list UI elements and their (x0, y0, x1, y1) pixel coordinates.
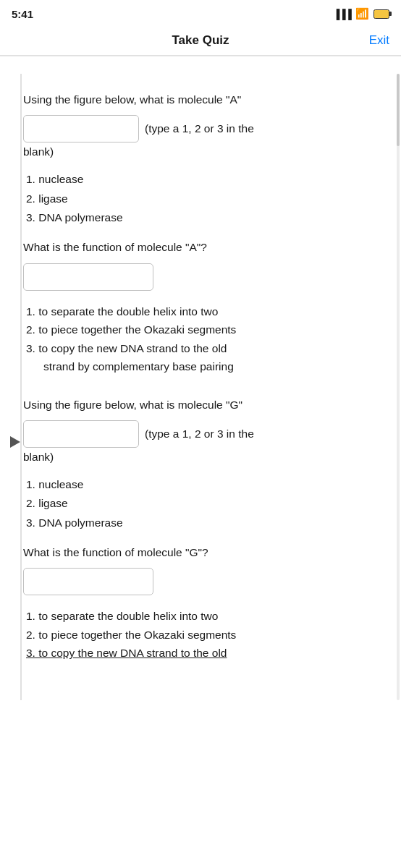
list-item: strand by complementary base pairing (23, 357, 378, 376)
question-1-options: 1. nuclease 2. ligase 3. DNA polymerase (23, 170, 378, 227)
header-title: Take Quiz (172, 33, 229, 48)
list-item: 3. to copy the new DNA strand to the old (23, 339, 378, 358)
list-item: 2. ligase (23, 494, 378, 513)
question-1-blank: blank) (23, 145, 378, 158)
list-item: 3. DNA polymerase (23, 208, 378, 227)
list-item: 3. DNA polymerase (23, 514, 378, 532)
question-2-blank: blank) (23, 451, 378, 464)
list-item: 3. to copy the new DNA strand to the old (23, 644, 378, 663)
question-1-text: Using the figure below, what is molecule… (23, 91, 378, 108)
header-divider (0, 56, 401, 56)
status-icons: ▐▐▐ 📶 (333, 7, 389, 20)
header: Take Quiz Exit (0, 26, 401, 56)
list-item: 2. to piece together the Okazaki segment… (23, 320, 378, 339)
question-2-input-row: (type a 1, 2 or 3 in the (23, 420, 378, 448)
list-item: 1. to separate the double helix into two (23, 607, 378, 626)
list-item: 2. ligase (23, 190, 378, 208)
question-2-function-input[interactable] (23, 568, 153, 595)
question-2-answer-input[interactable] (23, 420, 139, 448)
play-triangle-icon (10, 436, 20, 448)
question-2-text: Using the figure below, what is molecule… (23, 396, 378, 413)
status-bar: 5:41 ▐▐▐ 📶 (0, 0, 401, 26)
question-1-input-row: (type a 1, 2 or 3 in the (23, 115, 378, 142)
exit-button[interactable]: Exit (369, 33, 389, 48)
main-content: Using the figure below, what is molecule… (0, 74, 401, 700)
list-item: 1. nuclease (23, 475, 378, 494)
list-item: 1. to separate the double helix into two (23, 302, 378, 321)
question-1-answer-input[interactable] (23, 115, 139, 142)
question-1-block: Using the figure below, what is molecule… (23, 91, 378, 376)
signal-icon: ▐▐▐ (333, 9, 351, 20)
status-time: 5:41 (12, 8, 33, 20)
question-2-block: Using the figure below, what is molecule… (23, 396, 378, 663)
question-1-input-hint: (type a 1, 2 or 3 in the (145, 122, 254, 135)
wifi-icon: 📶 (355, 7, 369, 20)
question-2-function-text: What is the function of molecule "G"? (23, 544, 378, 561)
question-2-options: 1. nuclease 2. ligase 3. DNA polymerase (23, 475, 378, 532)
question-2-function-options: 1. to separate the double helix into two… (23, 607, 378, 663)
play-button[interactable] (7, 434, 23, 450)
list-item: 1. nuclease (23, 170, 378, 189)
question-1-function-options: 1. to separate the double helix into two… (23, 302, 378, 376)
battery-icon (373, 9, 389, 19)
question-2-input-hint: (type a 1, 2 or 3 in the (145, 427, 254, 441)
question-1-function-text: What is the function of molecule "A"? (23, 239, 378, 255)
question-1-function-input[interactable] (23, 263, 153, 291)
list-item: 2. to piece together the Okazaki segment… (23, 626, 378, 644)
